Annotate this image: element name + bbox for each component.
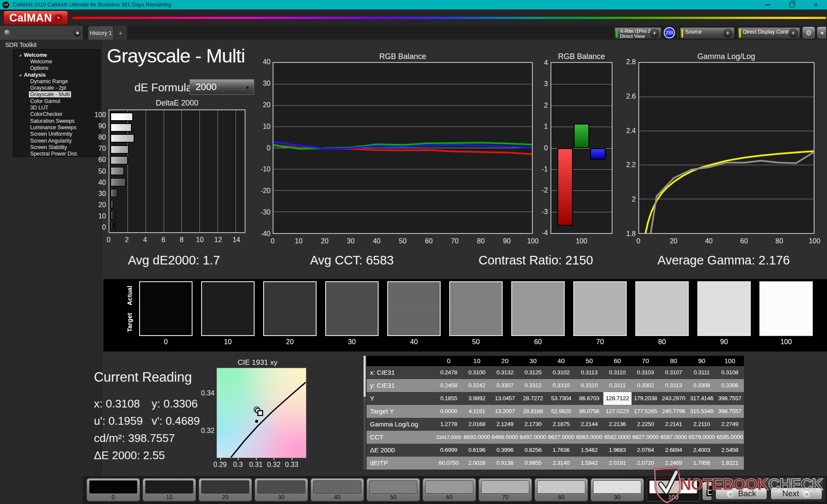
table-cell[interactable]: 0.2478 (435, 366, 463, 379)
pattern-tile-50[interactable]: 50 (367, 478, 420, 501)
pattern-tile-70[interactable]: 70 (479, 478, 532, 501)
table-cell[interactable]: 0.3312 (519, 379, 547, 392)
table-cell[interactable]: 6595.0000 (716, 431, 744, 444)
table-cell[interactable]: 0.3308 (687, 379, 715, 392)
table-cell[interactable]: 60.0750 (435, 457, 463, 470)
table-cell[interactable]: 0.6196 (463, 444, 491, 457)
table-cell[interactable]: 315.5346 (687, 405, 715, 418)
table-cell[interactable]: 2.5458 (716, 444, 744, 457)
display-control-dropdown[interactable]: Direct Display Control ▼ (737, 27, 800, 39)
meter-dropdown[interactable]: X-Rite i1Pro 2 Direct View ▼ (614, 27, 662, 39)
table-cell[interactable]: 2.0764 (631, 444, 659, 457)
table-cell[interactable]: 0.3103 (631, 366, 659, 379)
pattern-tile-80[interactable]: 80 (535, 478, 588, 501)
table-cell[interactable]: 6627.0000 (547, 431, 575, 444)
table-cell[interactable]: 0.3132 (491, 366, 519, 379)
table-cell[interactable]: 0.3313 (659, 379, 687, 392)
table-cell[interactable]: 6497.0000 (519, 431, 547, 444)
table-cell[interactable]: 2.1249 (491, 418, 519, 431)
next-button[interactable]: Next » (771, 488, 822, 500)
pattern-tile-20[interactable]: 20 (199, 478, 252, 501)
settings-gear-button[interactable]: ⚙ (802, 26, 815, 39)
table-cell[interactable]: 1.5462 (575, 444, 603, 457)
table-cell[interactable]: 52.9820 (547, 405, 575, 418)
close-button[interactable]: ✕ (812, 1, 819, 8)
calman-logo-button[interactable]: CalMAN ▼ (3, 11, 68, 25)
table-cell[interactable]: 0.3125 (519, 366, 547, 379)
table-cell[interactable]: 0.3310 (575, 379, 603, 392)
table-cell[interactable]: 0.3113 (575, 366, 603, 379)
table-cell[interactable]: 0.3111 (687, 366, 715, 379)
table-cell[interactable]: 317.4146 (687, 392, 715, 405)
pattern-tile-0[interactable]: 0 (87, 478, 140, 501)
table-cell[interactable]: 1.8221 (716, 457, 744, 470)
table-cell[interactable]: 0.3311 (603, 379, 631, 392)
back-button[interactable]: « Back (715, 488, 767, 500)
table-scrollbar-thumb[interactable] (364, 356, 366, 397)
pattern-tile-40[interactable]: 40 (311, 478, 364, 501)
sidebar-item-welcome[interactable]: Welcome (13, 58, 100, 65)
table-cell[interactable]: 6563.0000 (575, 431, 603, 444)
table-cell[interactable]: 0.3107 (659, 366, 687, 379)
sidebar-item-3d-lut[interactable]: 3D LUT (13, 104, 100, 111)
table-cell[interactable]: 2.2749 (716, 418, 744, 431)
table-cell[interactable]: 6597.0000 (659, 431, 687, 444)
pattern-tile-100[interactable]: 100 (647, 478, 700, 501)
table-cell[interactable]: 28.8188 (519, 405, 547, 418)
table-cell[interactable]: 0.3100 (463, 366, 491, 379)
table-cell[interactable]: 0.3996 (491, 444, 519, 457)
table-cell[interactable]: 86.0756 (575, 405, 603, 418)
table-cell[interactable]: 0.2458 (435, 379, 463, 392)
minimize-button[interactable] (764, 1, 771, 8)
sidebar-item-screen-stability[interactable]: Screen Stability (13, 144, 100, 150)
table-cell[interactable]: 6693.0000 (463, 431, 491, 444)
table-cell[interactable]: 0.3242 (463, 379, 491, 392)
transport-button-2[interactable]: ● (737, 479, 757, 488)
table-cell[interactable]: 179.2038 (631, 392, 659, 405)
sidebar-item-luminance-sweeps[interactable]: Luminance Sweeps (13, 124, 100, 131)
table-cell[interactable]: 240.7796 (659, 405, 687, 418)
table-cell[interactable]: 243.2970 (659, 392, 687, 405)
sidebar-item-colorchecker[interactable]: ColorChecker (13, 111, 100, 118)
table-cell[interactable]: 398.7557 (716, 405, 744, 418)
table-cell[interactable]: 23417.0000 (435, 431, 463, 444)
table-cell[interactable]: 6627.0000 (631, 431, 659, 444)
table-cell[interactable]: 6579.0000 (687, 431, 715, 444)
table-cell[interactable]: 1.7956 (687, 457, 715, 470)
table-cell[interactable]: 127.0223 (603, 405, 631, 418)
table-cell[interactable]: 2.2141 (659, 418, 687, 431)
table-cell[interactable]: 2.4003 (687, 444, 715, 457)
table-cell[interactable]: 2.6894 (659, 444, 687, 457)
table-cell[interactable]: 2.2250 (631, 418, 659, 431)
table-cell[interactable]: 0.6999 (435, 444, 463, 457)
table-cell[interactable]: 0.3110 (603, 366, 631, 379)
table-cell[interactable]: 6582.0000 (603, 431, 631, 444)
tab-history-1[interactable]: History 1 (88, 26, 114, 40)
table-cell[interactable]: 0.3307 (491, 379, 519, 392)
table-cell[interactable]: 1.7636 (547, 444, 575, 457)
table-cell[interactable]: 177.5265 (631, 405, 659, 418)
sidebar-item-spectral-power-dist-[interactable]: Spectral Power Dist. (13, 150, 100, 157)
table-cell[interactable]: 2.2469 (659, 457, 687, 470)
restore-button[interactable] (788, 1, 795, 8)
table-cell[interactable]: 2.1875 (547, 418, 575, 431)
table-cell[interactable]: 2.2136 (603, 418, 631, 431)
table-cell[interactable]: 0.0000 (435, 405, 463, 418)
table-cell[interactable]: 128.7122 (603, 392, 631, 405)
pattern-tile-90[interactable]: 90 (591, 478, 644, 501)
table-cell[interactable]: 86.6703 (575, 392, 603, 405)
table-cell[interactable]: 1.5942 (575, 457, 603, 470)
pattern-tile-30[interactable]: 30 (255, 478, 308, 501)
table-cell[interactable]: 2.1730 (519, 418, 547, 431)
table-cell[interactable]: 13.0457 (491, 392, 519, 405)
table-cell[interactable]: 6466.0000 (491, 431, 519, 444)
table-cell[interactable]: 0.3102 (547, 366, 575, 379)
table-cell[interactable]: 1.2778 (435, 418, 463, 431)
table-cell[interactable]: 0.3306 (716, 379, 744, 392)
sidebar-item-screen-uniformity[interactable]: Screen Uniformity (13, 131, 100, 137)
table-cell[interactable]: 0.3108 (716, 366, 744, 379)
source-dropdown[interactable]: Source ▼ (680, 27, 735, 39)
transport-button-3[interactable]: ● (759, 479, 779, 488)
table-cell[interactable]: 28.7272 (519, 392, 547, 405)
pattern-tile-10[interactable]: 10 (143, 478, 196, 501)
